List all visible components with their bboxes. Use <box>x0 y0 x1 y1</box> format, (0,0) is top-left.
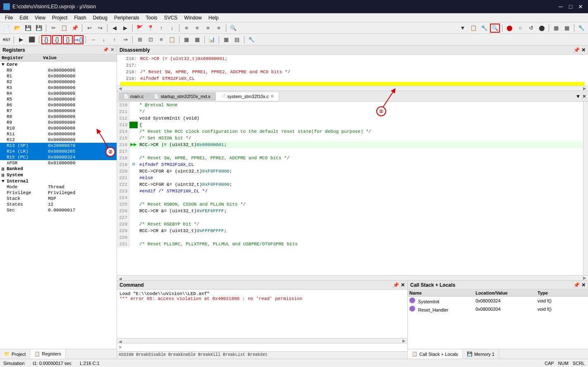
code-scroll-left[interactable]: ◀ <box>119 276 122 280</box>
disasm-scrollbar[interactable]: ◀ ▶ <box>117 86 588 91</box>
reg-row-r9[interactable]: R9 0x00000000 <box>0 120 117 125</box>
redo-button[interactable]: ↪ <box>95 24 105 33</box>
reg-row-r3[interactable]: R3 0x00000000 <box>0 85 117 91</box>
tb-btn7[interactable]: ≡ <box>203 24 213 33</box>
menu-help[interactable]: Help <box>205 14 222 22</box>
logic-btn[interactable]: 📊 <box>207 35 217 44</box>
minimize-button[interactable]: ─ <box>557 2 565 11</box>
rst-button[interactable]: RST <box>2 35 12 44</box>
internal-group-header[interactable]: ▼ Internal <box>0 178 117 184</box>
reg-row-r0[interactable]: R0 0x00000000 <box>0 67 117 73</box>
maximize-button[interactable]: □ <box>566 2 575 11</box>
reg-row-r1[interactable]: R1 0x00000000 <box>0 73 117 79</box>
search-icon-button[interactable]: 🔍 <box>228 24 238 33</box>
braces-btn2[interactable]: {} <box>52 35 62 44</box>
reg-row-stack[interactable]: Stack MSP <box>0 196 117 201</box>
callstack-close-icon[interactable]: ✕ <box>581 282 586 288</box>
tab-startup[interactable]: 📄 startup_stm32f10x_md.s <box>149 92 215 101</box>
menu-svcs[interactable]: SVCS <box>161 14 181 22</box>
serial-btn[interactable]: ▦ <box>221 35 231 44</box>
tb-btn6[interactable]: ≡ <box>192 24 202 33</box>
command-header-controls[interactable]: 📌 ✕ <box>393 282 405 288</box>
reg-row-r6[interactable]: R6 0x00000000 <box>0 102 117 108</box>
menu-view[interactable]: View <box>31 14 49 22</box>
tb-right3[interactable]: 🔧 <box>479 24 489 33</box>
disasm-close-icon[interactable]: ✕ <box>581 47 586 53</box>
reg-row-r7[interactable]: R7 0x00000000 <box>0 108 117 114</box>
tab-system-close-icon[interactable]: ✕ <box>270 94 274 98</box>
callstack-pin-icon[interactable]: 📌 <box>574 282 580 288</box>
reg-row-states[interactable]: States 12 <box>0 201 117 207</box>
watch-btn[interactable]: ▦ <box>192 35 202 44</box>
view2-button[interactable]: ▦ <box>562 24 572 33</box>
view-button[interactable]: ▦ <box>551 24 561 33</box>
tab-close-icon[interactable]: ✕ <box>582 94 586 99</box>
braces-btn3[interactable]: {} <box>63 35 73 44</box>
cut-button[interactable]: ✂ <box>48 24 58 33</box>
code-vertical-scrollbar[interactable] <box>583 102 588 275</box>
tab-project[interactable]: 📁 Project <box>0 349 30 359</box>
reg-row-r13[interactable]: R13 (SP) 0x20000670 <box>0 143 117 149</box>
tab-system[interactable]: 📄 system_stm32f10x.c ✕ <box>216 92 279 101</box>
reg-row-r2[interactable]: R2 0x00000000 <box>0 79 117 85</box>
nav-forward-button[interactable]: ▶ <box>120 24 130 33</box>
run-button[interactable]: ⬤ <box>504 24 514 33</box>
tb-btn3[interactable]: ↑ <box>156 24 166 33</box>
callstack-header-controls[interactable]: 📌 ✕ <box>574 282 586 288</box>
menu-window[interactable]: Window <box>181 14 205 22</box>
save-all-button[interactable]: 💾 <box>34 24 44 33</box>
tab-dropdown-icon[interactable]: ▼ <box>576 94 581 99</box>
registers-header-controls[interactable]: 📌 ✕ <box>103 47 114 53</box>
tb-btn8[interactable]: ≡ <box>214 24 224 33</box>
reg-row-priv[interactable]: Privilege Privileged <box>0 190 117 196</box>
paste-button[interactable]: 📌 <box>70 24 80 33</box>
menu-tools[interactable]: Tools <box>143 14 161 22</box>
title-bar-controls[interactable]: ─ □ ✕ <box>557 2 585 11</box>
command-pin-icon[interactable]: 📌 <box>393 282 399 288</box>
disasm-pin-icon[interactable]: 📌 <box>574 47 580 53</box>
tab-main-c[interactable]: 📄 main.c <box>119 92 149 101</box>
bookmark-button[interactable]: 🚩 <box>135 24 145 33</box>
code-editor[interactable]: 210 * @retval None 211 */ 212 <box>117 102 583 275</box>
reg-row-r10[interactable]: R10 0x00000000 <box>0 125 117 131</box>
mem-btn[interactable]: ▦ <box>182 35 191 44</box>
command-close-icon[interactable]: ✕ <box>401 282 405 288</box>
command-input-area[interactable]: > <box>117 343 407 351</box>
run-to-cursor-btn[interactable]: ⇒ <box>120 35 130 44</box>
reg-row-r12[interactable]: R12 0x00000000 <box>0 137 117 143</box>
banked-group-header[interactable]: ⊞ Banked <box>0 166 117 172</box>
reg-row-sec[interactable]: Sec 0.00000017 <box>0 207 117 213</box>
reg-row-r8[interactable]: R8 0x00000000 <box>0 114 117 120</box>
step-out-btn[interactable]: ↑ <box>110 35 120 44</box>
step-into-btn[interactable]: ↓ <box>99 35 109 44</box>
step-over-btn[interactable]: → <box>88 35 98 44</box>
disasm-scroll-right[interactable]: ▶ <box>583 86 586 91</box>
sym-btn[interactable]: ≡ <box>156 35 166 44</box>
callstack-row-0[interactable]: SystemInit 0x08000324 void f() <box>408 297 588 305</box>
disasm-scroll-left[interactable]: ◀ <box>119 86 122 91</box>
kill-button[interactable]: ⬤ <box>537 24 547 33</box>
save-button[interactable]: 💾 <box>23 24 33 33</box>
cmd-window-btn[interactable]: ⊞ <box>135 35 145 44</box>
tool-custom-btn[interactable]: 🔧 <box>246 35 256 44</box>
bookmark2-button[interactable]: 📍 <box>146 24 155 33</box>
code-tab-controls[interactable]: ▼ ✕ <box>576 94 588 99</box>
tb-btn4[interactable]: ↓ <box>167 24 177 33</box>
reg-row-mode[interactable]: Mode Thread <box>0 184 117 190</box>
disasm-header-controls[interactable]: 📌 ✕ <box>574 47 586 53</box>
nav-back-button[interactable]: ◀ <box>110 24 120 33</box>
menu-file[interactable]: File <box>2 14 16 22</box>
tab-memory1[interactable]: 💾 Memory 1 <box>463 349 499 359</box>
tab-registers[interactable]: 📋 Registers <box>30 349 65 359</box>
tb-right2[interactable]: 📋 <box>468 24 478 33</box>
undo-button[interactable]: ↩ <box>84 24 94 33</box>
menu-edit[interactable]: Edit <box>16 14 31 22</box>
cmd-scroll-right[interactable]: ▶ <box>402 338 406 343</box>
rtx-btn[interactable]: ▤ <box>232 35 242 44</box>
stop-button[interactable]: ○ <box>515 24 525 33</box>
command-input[interactable] <box>122 345 406 350</box>
menu-debug[interactable]: Debug <box>90 14 111 22</box>
code-horizontal-scrollbar[interactable]: ◀ ▶ <box>117 275 588 280</box>
close-button[interactable]: ✕ <box>576 2 585 11</box>
command-scrollbar-h[interactable]: ◀ ▶ <box>117 338 407 343</box>
